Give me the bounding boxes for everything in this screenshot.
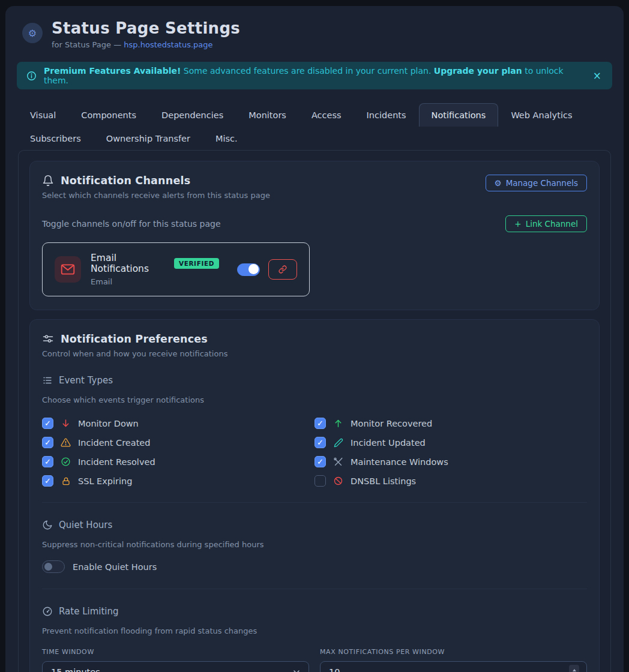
preferences-card-head: Notification Preferences Control when an… xyxy=(42,333,587,358)
gear-icon: ⚙ xyxy=(22,23,43,43)
event-label-dnsbl-listings: DNSBL Listings xyxy=(351,476,416,486)
settings-page: ⚙ Status Page Settings for Status Page —… xyxy=(5,6,624,672)
page-header-text: Status Page Settings for Status Page — h… xyxy=(52,19,240,49)
channel-info: Email Notifications VERIFIED Email xyxy=(91,253,219,286)
tab-components[interactable]: Components xyxy=(68,103,149,127)
event-types-subtitle: Choose which events trigger notification… xyxy=(42,395,587,404)
tab-notifications[interactable]: Notifications xyxy=(419,103,499,127)
channels-card-head: Notification Channels Select which chann… xyxy=(42,175,587,200)
channel-name: Email Notifications xyxy=(91,253,168,274)
event-types-title: Event Types xyxy=(59,375,113,386)
checkbox-ssl-expiring[interactable] xyxy=(42,475,53,487)
email-channel-card: Email Notifications VERIFIED Email xyxy=(42,242,310,296)
tab-incidents[interactable]: Incidents xyxy=(354,103,419,127)
page-subtitle-prefix: for Status Page — xyxy=(52,40,124,49)
status-page-link[interactable]: hsp.hostedstatus.page xyxy=(124,40,212,49)
event-label-incident-created: Incident Created xyxy=(78,438,150,448)
quiet-hours-subtitle: Suppress non-critical notifications duri… xyxy=(42,540,587,549)
tab-bar: VisualComponentsDependenciesMonitorsAcce… xyxy=(17,103,612,150)
event-types-grid: Monitor DownIncident CreatedIncident Res… xyxy=(42,418,587,487)
banner-bold-intro: Premium Features Available! xyxy=(44,66,181,76)
dnsbl-listings-icon xyxy=(333,476,343,486)
gauge-icon xyxy=(42,606,53,617)
event-label-incident-updated: Incident Updated xyxy=(351,438,426,448)
stepper-up-icon[interactable] xyxy=(573,669,576,671)
close-icon[interactable]: × xyxy=(593,71,601,81)
event-row-incident-created: Incident Created xyxy=(42,437,314,448)
quiet-hours-toggle[interactable] xyxy=(42,560,65,573)
checkbox-incident-resolved[interactable] xyxy=(42,456,53,467)
incident-resolved-icon xyxy=(61,457,71,467)
verified-badge: VERIFIED xyxy=(174,258,219,269)
tab-web-analytics[interactable]: Web Analytics xyxy=(498,103,585,127)
tab-misc[interactable]: Misc. xyxy=(203,127,250,150)
checkbox-dnsbl-listings[interactable] xyxy=(314,475,326,487)
channels-hint-row: Toggle channels on/off for this status p… xyxy=(42,215,587,232)
event-row-monitor-recovered: Monitor Recovered xyxy=(314,418,587,429)
banner-text: Premium Features Available! Some advance… xyxy=(44,66,579,85)
page-title: Status Page Settings xyxy=(52,19,240,37)
tab-visual[interactable]: Visual xyxy=(17,103,68,127)
preferences-card-subtitle: Control when and how you receive notific… xyxy=(42,349,227,358)
rate-limiting-inputs: TIME WINDOW 15 minutes MAX NOTIFICATIONS… xyxy=(42,648,587,672)
checkbox-monitor-down[interactable] xyxy=(42,418,53,429)
max-notifications-field: MAX NOTIFICATIONS PER WINDOW 10 xyxy=(320,648,587,672)
moon-icon xyxy=(42,520,53,530)
tab-ownership-transfer[interactable]: Ownership Transfer xyxy=(94,127,203,150)
checkbox-maintenance-windows[interactable] xyxy=(314,456,326,467)
manage-channels-label: Manage Channels xyxy=(506,178,578,188)
event-row-ssl-expiring: SSL Expiring xyxy=(42,475,314,487)
event-label-monitor-down: Monitor Down xyxy=(78,419,139,428)
event-label-maintenance-windows: Maintenance Windows xyxy=(351,457,448,467)
max-notifications-input[interactable]: 10 xyxy=(320,661,587,672)
chevron-down-icon xyxy=(292,667,301,672)
manage-channels-button[interactable]: ⚙ Manage Channels xyxy=(486,175,587,191)
incident-created-icon xyxy=(61,437,71,448)
monitor-recovered-icon xyxy=(333,418,343,428)
event-label-incident-resolved: Incident Resolved xyxy=(78,457,155,467)
maintenance-windows-icon xyxy=(333,457,343,467)
link-channel-button[interactable]: + Link Channel xyxy=(505,215,587,232)
tab-dependencies[interactable]: Dependencies xyxy=(149,103,236,127)
checkbox-incident-created[interactable] xyxy=(42,437,53,448)
divider xyxy=(42,502,587,503)
notification-preferences-card: Notification Preferences Control when an… xyxy=(29,319,600,672)
time-window-field: TIME WINDOW 15 minutes xyxy=(42,648,309,672)
banner-body: Some advanced features are disabled in y… xyxy=(184,66,432,76)
event-row-incident-resolved: Incident Resolved xyxy=(42,456,314,467)
rate-limiting-subtitle: Prevent notification flooding from rapid… xyxy=(42,626,587,635)
divider xyxy=(42,589,587,589)
event-row-incident-updated: Incident Updated xyxy=(314,437,587,448)
preferences-card-title: Notification Preferences xyxy=(61,333,208,345)
bell-icon xyxy=(42,175,54,187)
monitor-down-icon xyxy=(61,418,71,428)
toggle-hint: Toggle channels on/off for this status p… xyxy=(42,219,221,229)
premium-banner: Premium Features Available! Some advance… xyxy=(17,62,612,89)
quiet-hours-title: Quiet Hours xyxy=(59,520,112,530)
event-row-maintenance-windows: Maintenance Windows xyxy=(314,456,587,467)
tab-access[interactable]: Access xyxy=(299,103,354,127)
email-channel-toggle[interactable] xyxy=(237,263,260,276)
tab-monitors[interactable]: Monitors xyxy=(236,103,299,127)
event-types-section-title: Event Types xyxy=(42,375,587,386)
event-label-ssl-expiring: SSL Expiring xyxy=(78,476,132,486)
envelope-icon xyxy=(55,256,81,283)
upgrade-plan-link[interactable]: Upgrade your plan xyxy=(434,66,522,76)
time-window-label: TIME WINDOW xyxy=(42,648,309,656)
channel-type: Email xyxy=(91,277,219,286)
max-notifications-label: MAX NOTIFICATIONS PER WINDOW xyxy=(320,648,587,656)
time-window-select[interactable]: 15 minutes xyxy=(42,661,309,672)
link-channel-label: Link Channel xyxy=(526,219,578,229)
number-stepper[interactable] xyxy=(569,665,579,672)
unlink-channel-button[interactable] xyxy=(268,259,297,280)
sliders-icon xyxy=(42,333,54,345)
channels-card-subtitle: Select which channels receive alerts fro… xyxy=(42,191,270,200)
tab-subscribers[interactable]: Subscribers xyxy=(17,127,94,150)
list-icon xyxy=(42,375,53,386)
channels-card-title: Notification Channels xyxy=(61,175,190,187)
channel-controls xyxy=(237,259,297,280)
checkbox-monitor-recovered[interactable] xyxy=(314,418,326,429)
notifications-panel: Notification Channels Select which chann… xyxy=(18,150,611,672)
quiet-hours-toggle-row: Enable Quiet Hours xyxy=(42,560,587,573)
checkbox-incident-updated[interactable] xyxy=(314,437,326,448)
